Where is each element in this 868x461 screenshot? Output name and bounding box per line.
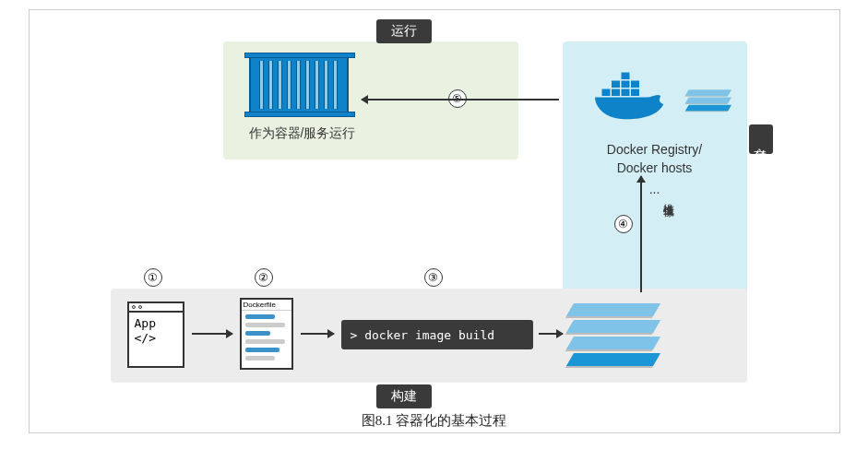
container-run-text: 作为容器/服务运行 [249,125,356,142]
arrow-registry-to-run [362,99,559,100]
app-source-icon: App </> [127,301,184,368]
step-2: ② [255,268,273,287]
app-code-glyph: </> [135,331,156,345]
containerization-diagram: 运行 作为容器/服务运行 Docker Registry/Docker host… [29,9,840,433]
deliver-label: 交付 [749,124,773,154]
dockerfile-icon: Dockerfile [240,298,293,370]
svg-rect-5 [621,81,629,89]
arrow-push-up [640,176,642,292]
svg-rect-7 [621,73,629,80]
step-4: ④ [614,215,633,233]
container-icon [249,56,349,113]
build-label: 构建 [376,384,432,408]
registry-panel: Docker Registry/Docker hosts ... [563,41,747,324]
svg-rect-4 [612,81,620,89]
image-layers-registry-icon [686,89,729,112]
run-label: 运行 [376,19,432,43]
push-image-label: 推送镜像 [660,195,676,198]
figure-caption: 图8.1 容器化的基本过程 [30,412,839,430]
step-1: ① [144,268,162,287]
svg-rect-1 [612,89,620,97]
arrow-1-to-2 [192,333,232,335]
app-name: App [135,316,156,330]
image-layers-icon [570,303,657,370]
svg-rect-0 [601,89,610,97]
step-3: ③ [424,268,443,287]
svg-rect-6 [631,81,639,89]
svg-rect-2 [621,89,629,97]
docker-build-command: > docker image build [341,320,533,349]
svg-rect-3 [631,89,639,97]
arrow-3-to-layers [539,333,563,335]
dockerfile-title: Dockerfile [242,300,291,311]
arrow-2-to-3 [301,333,334,335]
registry-title: Docker Registry/Docker hosts [563,141,747,177]
registry-ellipsis: ... [563,182,747,196]
